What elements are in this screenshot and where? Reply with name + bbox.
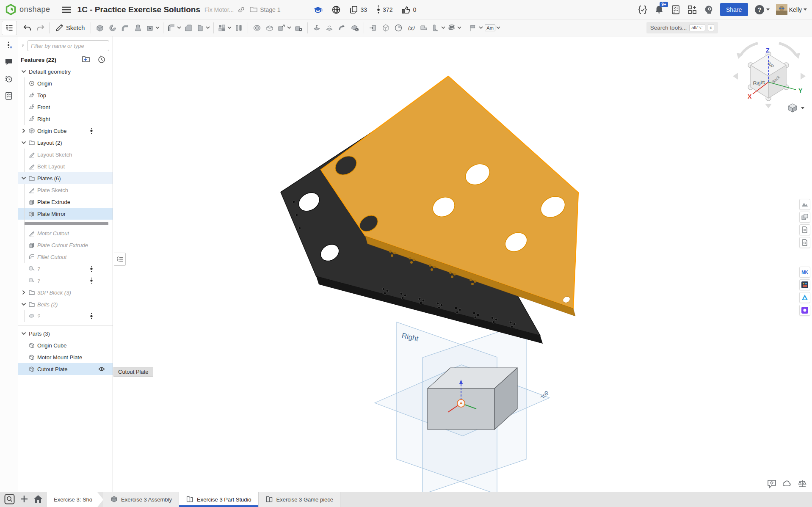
help-menu[interactable]: ? xyxy=(754,5,770,15)
graphics-viewport[interactable]: Right Top xyxy=(113,36,812,492)
tree-item[interactable]: Origin Cube xyxy=(18,339,113,351)
custom-tool-1[interactable] xyxy=(799,199,810,210)
view-options-button[interactable] xyxy=(787,103,804,113)
chevron-down-icon[interactable] xyxy=(20,330,28,337)
tree-item[interactable]: ? xyxy=(18,275,113,287)
viewcube-right-label[interactable]: Right xyxy=(753,79,765,86)
featurescript-icon[interactable] xyxy=(638,5,648,15)
rollback-bar[interactable] xyxy=(25,222,108,225)
tool-sheet-metal-finish[interactable] xyxy=(468,21,484,35)
tool-delete-part[interactable] xyxy=(292,21,305,35)
rotate-left-arrow[interactable] xyxy=(733,73,738,80)
branch-indicator-icon[interactable] xyxy=(88,265,95,273)
document-tab-1[interactable]: Exercise 3: Sho xyxy=(47,492,103,507)
versions-count[interactable]: 372 xyxy=(376,5,392,14)
tool-spring[interactable] xyxy=(446,21,462,35)
tool-frame[interactable] xyxy=(379,21,392,35)
branch-indicator-icon[interactable] xyxy=(88,277,95,285)
tree-item[interactable]: Parts (3) xyxy=(18,328,113,339)
sketch-button[interactable]: Sketch xyxy=(52,21,88,35)
rotate-down-arrow[interactable] xyxy=(765,104,772,108)
search-tools[interactable]: Search tools... alt/⌥ c xyxy=(646,22,718,33)
filter-input[interactable] xyxy=(27,40,109,51)
tool-offset-surface[interactable] xyxy=(336,21,348,35)
cloud-status-icon[interactable] xyxy=(782,479,792,488)
chevron-down-icon[interactable] xyxy=(20,301,28,308)
tool-linear-pattern[interactable] xyxy=(216,21,232,35)
tool-thicken[interactable] xyxy=(144,21,160,35)
hide-eye-icon[interactable] xyxy=(98,366,105,374)
tree-item[interactable]: Belt Layout xyxy=(18,160,113,172)
home-icon[interactable] xyxy=(33,495,43,504)
app-store-icon[interactable] xyxy=(687,5,697,15)
share-button[interactable]: Share xyxy=(720,3,748,16)
learning-center-icon[interactable] xyxy=(313,6,323,14)
chevron-down-icon[interactable] xyxy=(20,175,28,182)
custom-tool-mk[interactable]: MK xyxy=(799,267,810,278)
chevron-down-icon[interactable] xyxy=(20,68,28,75)
tool-mirror[interactable] xyxy=(232,21,245,35)
tree-item[interactable]: ? xyxy=(18,310,113,322)
new-folder-icon[interactable] xyxy=(82,55,91,64)
feature-list-toggle[interactable] xyxy=(2,21,17,35)
tree-item[interactable]: Front xyxy=(18,101,113,113)
document-tab-4[interactable]: Exercise 3 Game piece xyxy=(259,492,340,507)
ai-advisor-icon[interactable] xyxy=(704,5,714,15)
redo-button[interactable] xyxy=(34,21,47,35)
document-subtitle[interactable]: Fix Motor... xyxy=(204,6,234,13)
origin-cube-part[interactable] xyxy=(428,368,517,430)
undo-button[interactable] xyxy=(21,21,34,35)
chevron-down-icon[interactable] xyxy=(20,139,28,146)
tree-item[interactable]: Origin Cube xyxy=(18,125,113,137)
feedback-icon[interactable] xyxy=(767,479,776,488)
tool-fillet[interactable] xyxy=(166,21,182,35)
branch-indicator-icon[interactable] xyxy=(88,127,95,135)
custom-tool-8[interactable] xyxy=(799,305,810,316)
tree-item[interactable]: Motor Mount Plate xyxy=(18,351,113,363)
rotate-right-arrow[interactable] xyxy=(801,73,806,80)
tool-import-derived[interactable] xyxy=(367,21,379,35)
tool-assembly-mate[interactable]: Am xyxy=(484,21,501,35)
tree-item[interactable]: Motor Cutout xyxy=(18,227,113,239)
chevron-right-icon[interactable] xyxy=(20,289,28,296)
view-cube[interactable]: Top Right Back Z X Y xyxy=(730,38,812,110)
tree-item[interactable]: ? xyxy=(18,263,113,275)
tree-item[interactable]: Default geometry xyxy=(18,66,113,77)
tree-item[interactable]: 3DP Block (3) xyxy=(18,287,113,298)
tool-sweep[interactable] xyxy=(119,21,132,35)
onshape-logo[interactable]: onshape xyxy=(5,4,50,15)
tool-draft[interactable] xyxy=(195,21,211,35)
tool-flange[interactable] xyxy=(430,21,446,35)
document-tab-2[interactable]: Exercise 3 Assembly xyxy=(103,492,179,507)
tool-variable[interactable]: (x) xyxy=(405,21,417,35)
search-tabs-icon[interactable] xyxy=(4,494,15,506)
tool-loft[interactable] xyxy=(132,21,144,35)
tree-item[interactable]: Origin xyxy=(18,77,113,89)
tool-sheet-metal-model[interactable] xyxy=(417,21,430,35)
custom-tool-2[interactable] xyxy=(799,212,810,223)
tree-item[interactable]: Layout (2) xyxy=(18,137,113,149)
tool-extrude[interactable] xyxy=(94,21,106,35)
tree-item[interactable]: Belts (2) xyxy=(18,298,113,310)
public-globe-icon[interactable] xyxy=(332,6,340,14)
release-management-icon[interactable] xyxy=(671,5,681,15)
link-icon[interactable] xyxy=(236,5,246,15)
tool-chamfer[interactable] xyxy=(182,21,195,35)
feature-list-flyout-handle[interactable] xyxy=(114,253,126,266)
main-menu-icon[interactable] xyxy=(61,5,72,15)
tree-item[interactable]: Fillet Cutout xyxy=(18,251,113,263)
tool-delete-face[interactable] xyxy=(348,21,361,35)
custom-tool-7[interactable] xyxy=(799,292,810,303)
workspace-selector[interactable]: Stage 1 xyxy=(250,6,280,13)
tree-item[interactable]: Plate Extrude xyxy=(18,196,113,208)
likes-count[interactable]: 0 xyxy=(402,6,416,14)
tool-helix[interactable] xyxy=(392,21,405,35)
tool-boolean[interactable] xyxy=(251,21,263,35)
history-panel-icon[interactable] xyxy=(3,74,15,85)
tree-item[interactable]: Plates (6) xyxy=(18,172,113,184)
branch-indicator-icon[interactable] xyxy=(88,313,95,321)
filter-icon[interactable] xyxy=(22,42,24,50)
tree-item[interactable]: Right xyxy=(18,113,113,125)
insert-tab-icon[interactable] xyxy=(20,495,28,504)
tree-item[interactable]: Plate Cutout Extrude xyxy=(18,239,113,251)
